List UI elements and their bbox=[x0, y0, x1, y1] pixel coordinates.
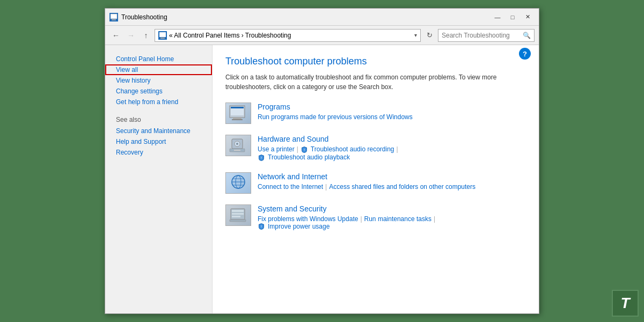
address-dropdown-icon[interactable]: ▾ bbox=[414, 32, 417, 38]
svg-point-14 bbox=[236, 143, 238, 145]
system-sep-1: | bbox=[360, 215, 362, 223]
shield-icon-1: ! bbox=[301, 145, 309, 153]
sidebar-recovery[interactable]: Recovery bbox=[105, 147, 212, 158]
system-links: Fix problems with Windows Update | Run m… bbox=[258, 215, 526, 223]
network-title[interactable]: Network and Internet bbox=[258, 172, 526, 181]
forward-button[interactable]: → bbox=[125, 29, 137, 42]
category-system: System and Security Fix problems with Wi… bbox=[225, 204, 526, 231]
content-description: Click on a task to automatically trouble… bbox=[225, 72, 526, 92]
system-sep-2: | bbox=[434, 215, 435, 223]
programs-link-0[interactable]: Run programs made for previous versions … bbox=[258, 113, 413, 121]
content-pane: Troubleshoot computer problems Click on … bbox=[213, 45, 539, 313]
hardware-link-1[interactable]: Troubleshoot audio recording bbox=[311, 145, 394, 153]
programs-text: Programs Run programs made for previous … bbox=[258, 103, 526, 121]
hardware-icon bbox=[225, 135, 251, 156]
window-icon bbox=[109, 13, 118, 21]
system-title[interactable]: System and Security bbox=[258, 204, 526, 213]
network-sep-1: | bbox=[325, 183, 327, 191]
window-title: Troubleshooting bbox=[121, 13, 491, 21]
title-bar: Troubleshooting — □ ✕ bbox=[105, 9, 539, 26]
sidebar-view-all[interactable]: View all bbox=[105, 64, 212, 75]
svg-rect-9 bbox=[231, 107, 244, 108]
svg-rect-5 bbox=[159, 32, 166, 37]
system-text: System and Security Fix problems with Wi… bbox=[258, 204, 526, 231]
hardware-text: Hardware and Sound Use a printer | ! bbox=[258, 135, 526, 162]
system-link-1[interactable]: Run maintenance tasks bbox=[364, 215, 431, 223]
svg-point-24 bbox=[232, 175, 245, 188]
svg-rect-29 bbox=[230, 219, 246, 222]
category-hardware: Hardware and Sound Use a printer | ! bbox=[225, 135, 526, 162]
hardware-link-0[interactable]: Use a printer bbox=[258, 145, 295, 153]
hardware-title[interactable]: Hardware and Sound bbox=[258, 135, 526, 143]
programs-icon bbox=[225, 103, 251, 124]
sidebar-view-history[interactable]: View history bbox=[105, 75, 212, 86]
system-link-2[interactable]: Improve power usage bbox=[268, 223, 330, 230]
svg-rect-16 bbox=[234, 150, 240, 151]
content-title: Troubleshoot computer problems bbox=[225, 56, 526, 67]
window-controls: — □ ✕ bbox=[491, 12, 535, 23]
minimize-button[interactable]: — bbox=[491, 12, 504, 23]
svg-rect-11 bbox=[232, 119, 243, 120]
search-icon: 🔍 bbox=[523, 32, 531, 39]
main-area: Control Panel Home View all View history… bbox=[105, 45, 539, 313]
svg-rect-3 bbox=[112, 19, 116, 20]
programs-title[interactable]: Programs bbox=[258, 103, 526, 111]
system-icon bbox=[225, 204, 251, 226]
close-button[interactable]: ✕ bbox=[521, 12, 535, 23]
network-icon bbox=[225, 172, 251, 194]
troubleshooting-window: Troubleshooting — □ ✕ ← → ↑ « All Contro… bbox=[105, 8, 539, 314]
sidebar-change-settings[interactable]: Change settings bbox=[105, 86, 212, 97]
svg-rect-1 bbox=[111, 14, 117, 19]
svg-rect-10 bbox=[233, 118, 241, 119]
svg-rect-6 bbox=[160, 38, 165, 39]
network-link-0[interactable]: Connect to the Internet bbox=[258, 183, 323, 191]
sidebar-help-support[interactable]: Help and Support bbox=[105, 136, 212, 147]
svg-rect-28 bbox=[232, 216, 240, 217]
svg-text:!: ! bbox=[261, 156, 262, 159]
up-button[interactable]: ↑ bbox=[140, 29, 152, 42]
maximize-button[interactable]: □ bbox=[506, 12, 519, 23]
back-button[interactable]: ← bbox=[109, 29, 122, 42]
network-links: Connect to the Internet | Access shared … bbox=[258, 183, 526, 191]
search-field[interactable]: 🔍 bbox=[438, 29, 535, 42]
network-link-1[interactable]: Access shared files and folders on other… bbox=[329, 183, 475, 191]
refresh-button[interactable]: ↻ bbox=[423, 29, 436, 42]
taskbar-t-icon: T bbox=[612, 290, 639, 317]
system-links-2: ! Improve power usage bbox=[258, 223, 526, 231]
system-link-0[interactable]: Fix problems with Windows Update bbox=[258, 215, 358, 223]
network-text: Network and Internet Connect to the Inte… bbox=[258, 172, 526, 191]
address-bar: ← → ↑ « All Control Panel Items › Troubl… bbox=[105, 26, 539, 45]
category-programs: Programs Run programs made for previous … bbox=[225, 103, 526, 124]
shield-icon-2: ! bbox=[258, 153, 266, 162]
sidebar-control-panel-home[interactable]: Control Panel Home bbox=[105, 54, 212, 64]
svg-rect-26 bbox=[232, 210, 244, 212]
address-path: « All Control Panel Items › Troubleshoot… bbox=[169, 32, 291, 39]
hardware-sep-1: | bbox=[297, 145, 298, 153]
category-network: Network and Internet Connect to the Inte… bbox=[225, 172, 526, 194]
hardware-links: Use a printer | ! Troubleshoot audio rec… bbox=[258, 145, 526, 153]
hardware-links-2: ! Troubleshoot audio playback bbox=[258, 153, 526, 162]
hardware-sep-2: | bbox=[396, 145, 398, 153]
shield-icon-3: ! bbox=[258, 223, 266, 231]
sidebar-security-maintenance[interactable]: Security and Maintenance bbox=[105, 126, 212, 136]
help-button[interactable]: ? bbox=[519, 48, 531, 60]
svg-rect-27 bbox=[232, 213, 244, 215]
programs-links: Run programs made for previous versions … bbox=[258, 113, 526, 121]
search-input[interactable] bbox=[442, 32, 521, 39]
hardware-link-2[interactable]: Troubleshoot audio playback bbox=[268, 153, 350, 161]
svg-text:!: ! bbox=[261, 225, 262, 228]
address-field[interactable]: « All Control Panel Items › Troubleshoot… bbox=[155, 29, 421, 42]
see-also-label: See also bbox=[105, 107, 212, 126]
svg-text:!: ! bbox=[304, 148, 305, 151]
sidebar: Control Panel Home View all View history… bbox=[105, 45, 213, 313]
sidebar-get-help[interactable]: Get help from a friend bbox=[105, 97, 212, 107]
